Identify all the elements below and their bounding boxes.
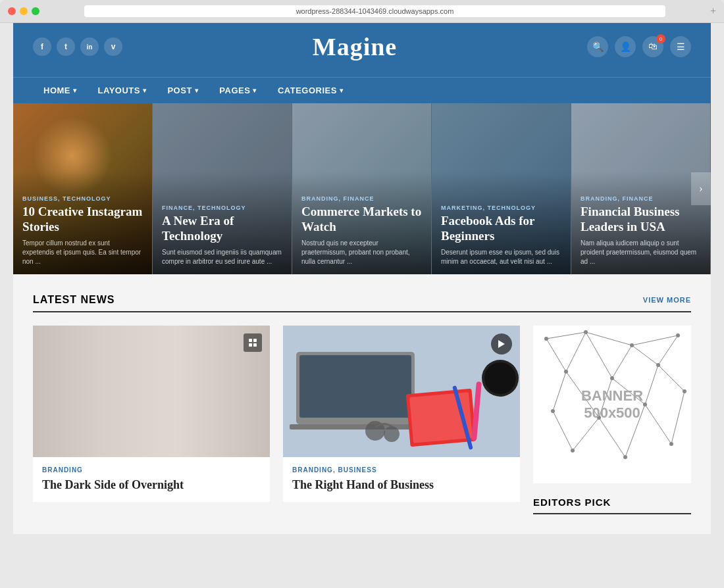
svg-line-71: [553, 411, 573, 451]
slide-excerpt-4: Deserunt ipsum esse eu ipsum, sed duis m…: [441, 248, 561, 266]
svg-rect-27: [249, 343, 252, 347]
maximize-button[interactable]: [32, 7, 39, 15]
close-button[interactable]: [8, 7, 16, 15]
svg-rect-16: [157, 374, 174, 391]
slider-next-button[interactable]: ›: [691, 172, 711, 205]
view-more-button[interactable]: VIEW MORE: [643, 296, 691, 304]
banner-text-line1: BANNER: [581, 387, 643, 404]
site-logo[interactable]: Magine: [313, 32, 397, 61]
slide-excerpt-3: Nostrud quis ne excepteur praetermissum,…: [301, 239, 422, 266]
menu-button[interactable]: ☰: [670, 36, 691, 57]
news-card-1[interactable]: BRANDING The Dark Side of Overnight: [33, 326, 270, 502]
header-actions: 🔍 👤 🛍 0 ☰: [587, 36, 691, 57]
cart-button[interactable]: 🛍 0: [642, 36, 663, 57]
nav-dropdown-arrow-home: ▾: [73, 87, 77, 94]
editors-pick-title: EDITORS PICK: [533, 497, 691, 514]
svg-line-76: [671, 391, 685, 444]
office-svg: [33, 326, 270, 457]
nav-item-categories[interactable]: CATEGORIES ▾: [267, 78, 354, 103]
facebook-icon[interactable]: f: [33, 37, 51, 56]
address-bar[interactable]: wordpress-288344-1043469.cloudwaysapps.c…: [84, 5, 665, 17]
svg-line-69: [645, 365, 658, 404]
svg-rect-13: [171, 332, 211, 362]
slide-excerpt-1: Tempor cillum nostrud ex sunt expetendis…: [22, 239, 143, 266]
hero-slide-1[interactable]: BUSINESS, TECHNOLOGY 10 Creative Instagr…: [13, 103, 153, 274]
svg-rect-25: [249, 339, 252, 342]
hero-slide-2[interactable]: FINANCE, TECHNOLOGY A New Era of Technol…: [153, 103, 292, 274]
banner-text-line2: 500x500: [584, 404, 640, 422]
site-wrapper: f t in v Magine 🔍 👤 🛍 0 ☰: [13, 23, 711, 534]
svg-line-56: [546, 332, 586, 339]
content-grid: BRANDING The Dark Side of Overnight: [33, 326, 691, 514]
cart-icon: 🛍: [648, 41, 658, 52]
news-card-category-1: BRANDING: [42, 466, 261, 474]
svg-marker-24: [227, 378, 247, 391]
news-card-image-1: [33, 326, 270, 457]
slide-content-5: BRANDING, FINANCE Financial Business Lea…: [571, 187, 710, 274]
nav-label-home: HOME: [43, 86, 70, 95]
svg-marker-41: [498, 340, 505, 348]
nav-item-post[interactable]: POST ▾: [157, 78, 209, 103]
slide-content-4: MARKETING, TECHNOLOGY Facebook Ads for B…: [432, 197, 571, 274]
news-card-category-2: BRANDING, BUSINESS: [292, 466, 511, 474]
svg-rect-9: [43, 368, 51, 389]
svg-rect-17: [181, 381, 200, 401]
svg-rect-12: [112, 332, 165, 372]
minimize-button[interactable]: [20, 7, 28, 15]
instagram-icon[interactable]: in: [80, 37, 99, 56]
news-card-content-2: BRANDING, BUSINESS The Right Hand of Bus…: [283, 457, 520, 502]
play-icon: [491, 333, 512, 355]
svg-rect-23: [237, 391, 240, 428]
vimeo-icon[interactable]: v: [104, 37, 122, 56]
svg-line-60: [566, 332, 586, 372]
slide-category-4: MARKETING, TECHNOLOGY: [441, 205, 561, 211]
svg-rect-32: [290, 424, 421, 429]
header-top: f t in v Magine 🔍 👤 🛍 0 ☰: [33, 32, 691, 61]
nav-dropdown-arrow-layouts: ▾: [143, 87, 147, 94]
svg-rect-21: [191, 428, 237, 454]
desk-items-svg: [283, 326, 520, 457]
svg-line-61: [586, 332, 612, 378]
news-card-image-2: [283, 326, 520, 457]
hero-slide-3[interactable]: BRANDING, FINANCE Commerce Markets to Wa…: [292, 103, 432, 274]
svg-rect-0: [33, 326, 270, 457]
gallery-icon: [244, 333, 262, 352]
hero-slide-4[interactable]: MARKETING, TECHNOLOGY Facebook Ads for B…: [432, 103, 571, 274]
svg-rect-8: [72, 342, 80, 363]
twitter-icon[interactable]: t: [57, 37, 75, 56]
slide-content-3: BRANDING, FINANCE Commerce Markets to Wa…: [292, 187, 431, 274]
browser-chrome: wordpress-288344-1043469.cloudwaysapps.c…: [0, 0, 724, 23]
svg-line-58: [632, 335, 678, 345]
hero-slide-5[interactable]: BRANDING, FINANCE Financial Business Lea…: [571, 103, 711, 274]
svg-rect-1: [39, 339, 92, 444]
search-button[interactable]: 🔍: [587, 36, 608, 57]
social-icons: f t in v: [33, 37, 122, 56]
slide-category-1: BUSINESS, TECHNOLOGY: [22, 195, 143, 202]
nav-label-layouts: LAYOUTS: [98, 86, 140, 95]
svg-rect-18: [92, 424, 270, 457]
search-icon: 🔍: [592, 41, 604, 53]
news-card-2[interactable]: BRANDING, BUSINESS The Right Hand of Bus…: [283, 326, 520, 502]
banner-ad: BANNER 500x500: [533, 326, 691, 483]
new-tab-button[interactable]: +: [710, 5, 716, 17]
nav-item-pages[interactable]: PAGES ▾: [209, 78, 267, 103]
nav-dropdown-arrow-post: ▾: [195, 87, 199, 94]
nav-label-categories: CATEGORIES: [278, 86, 337, 95]
nav-item-layouts[interactable]: LAYOUTS ▾: [88, 78, 157, 103]
svg-rect-7: [63, 342, 70, 363]
svg-rect-15: [131, 378, 153, 399]
account-button[interactable]: 👤: [615, 36, 636, 57]
svg-line-75: [645, 404, 671, 444]
svg-line-65: [553, 372, 566, 411]
news-column: BRANDING The Dark Side of Overnight: [33, 326, 270, 514]
news-card-title-1[interactable]: The Dark Side of Overnight: [42, 478, 261, 493]
cart-badge: 0: [656, 34, 665, 43]
svg-point-40: [484, 362, 516, 394]
svg-rect-11: [63, 368, 70, 389]
svg-line-64: [658, 335, 678, 365]
nav-list: HOME ▾ LAYOUTS ▾ POST ▾ PAGES ▾ CATEGORI…: [33, 78, 691, 103]
slide-excerpt-2: Sunt eiusmod sed ingeniis iis quamquam c…: [162, 248, 282, 266]
hamburger-icon: ☰: [677, 41, 685, 53]
nav-item-home[interactable]: HOME ▾: [33, 78, 88, 103]
news-card-title-2[interactable]: The Right Hand of Business: [292, 478, 511, 493]
